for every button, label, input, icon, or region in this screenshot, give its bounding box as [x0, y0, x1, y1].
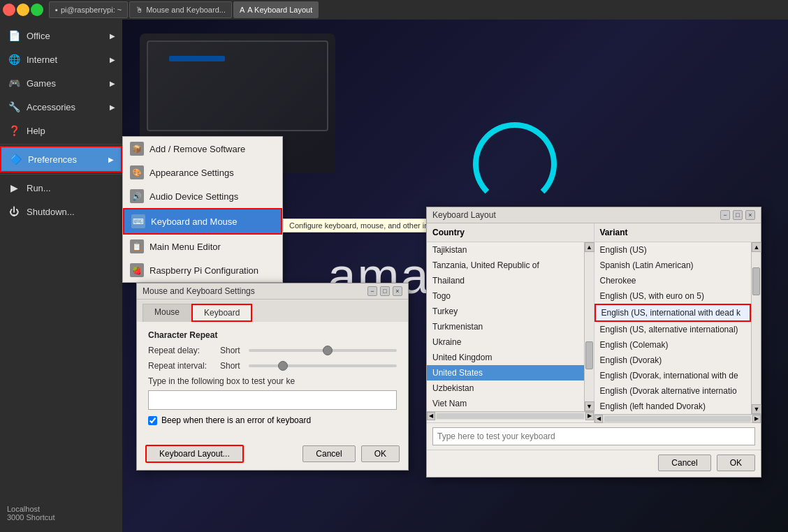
variant-english-us[interactable]: English (US)	[594, 242, 752, 258]
office-icon: 📄	[7, 29, 21, 43]
variant-us-alt-intl[interactable]: English (US, alternative international)	[594, 322, 752, 337]
run-icon: ▶	[7, 181, 21, 195]
close-btn[interactable]	[3, 3, 15, 16]
kbd-layout-body: Country Tajikistan Tanzania, United Repu…	[427, 223, 761, 422]
variant-colemak[interactable]: English (Colemak)	[594, 337, 752, 353]
sidebar-item-label: Games	[27, 78, 104, 89]
taskbar-item-kbd-layout[interactable]: A A Keyboard Layout	[233, 1, 319, 18]
kbd-titlebar-buttons: − □ ×	[720, 210, 755, 220]
repeat-delay-value: Short	[220, 346, 240, 355]
variant-us-euro[interactable]: English (US, with euro on 5)	[594, 288, 752, 304]
variant-spanish[interactable]: Spanish (Latin American)	[594, 258, 752, 273]
variant-cherokee[interactable]: Cherokee	[594, 273, 752, 288]
arrow-icon: ▶	[110, 56, 115, 64]
kbd-mouse-icon: ⌨	[131, 214, 145, 228]
mouse-kbd-ok-btn[interactable]: OK	[361, 445, 400, 462]
scroll-up-btn[interactable]: ▲	[585, 242, 594, 252]
kbd-maximize-btn[interactable]: □	[733, 210, 743, 220]
country-tajikistan[interactable]: Tajikistan	[427, 242, 584, 258]
kbd-footer: Cancel OK	[427, 450, 761, 477]
taskbar-item-mouse-kbd[interactable]: 🖱 Mouse and Keyboard...	[129, 1, 232, 18]
internet-icon: 🌐	[7, 52, 21, 66]
sidebar-item-label: Run...	[27, 183, 115, 193]
kbd-layout-cancel-btn[interactable]: Cancel	[658, 455, 710, 471]
country-col: Country Tajikistan Tanzania, United Repu…	[427, 223, 594, 422]
submenu-item-rpi-config[interactable]: 🍓 Raspberry Pi Configuration	[123, 258, 282, 282]
kbd-layout-icon: A	[240, 6, 245, 14]
kbd-close-btn[interactable]: ×	[745, 210, 755, 220]
repeat-interval-slider[interactable]	[249, 364, 397, 367]
country-togo[interactable]: Togo	[427, 288, 584, 304]
sidebar-item-games[interactable]: 🎮 Games ▶	[0, 71, 122, 95]
taskbar-items: ▪ pi@raspberrypi: ~ 🖱 Mouse and Keyboard…	[49, 1, 788, 18]
sidebar-item-accessories[interactable]: 🔧 Accessories ▶	[0, 95, 122, 119]
sidebar-item-label: Office	[27, 31, 104, 41]
shutdown-icon: ⏻	[7, 205, 21, 219]
mouse-kbd-cancel-btn[interactable]: Cancel	[302, 445, 355, 462]
submenu-item-main-menu[interactable]: 📋 Main Menu Editor	[123, 235, 282, 258]
country-turkey[interactable]: Turkey	[427, 304, 584, 319]
kbd-test-input[interactable]	[432, 427, 755, 445]
minimize-btn[interactable]	[17, 3, 29, 16]
dialog-footer: Keyboard Layout... Cancel OK	[137, 441, 408, 470]
country-vietnam[interactable]: Viet Nam	[427, 396, 584, 411]
dialog-close-btn[interactable]: ×	[393, 286, 402, 296]
maximize-btn[interactable]	[31, 3, 43, 16]
variant-list: English (US) Spanish (Latin American) Ch…	[594, 242, 752, 414]
country-turkmenistan[interactable]: Turkmenistan	[427, 319, 584, 334]
variant-dvorak-left[interactable]: English (left handed Dvorak)	[594, 399, 752, 414]
beep-checkbox[interactable]	[148, 416, 157, 425]
country-us[interactable]: United States	[427, 365, 584, 380]
h-scroll-track	[437, 413, 584, 419]
kbd-layout-ok-btn[interactable]: OK	[717, 455, 755, 471]
scroll-down-btn[interactable]: ▼	[585, 401, 594, 411]
sidebar-item-label: Shutdown...	[27, 207, 115, 217]
variant-dvorak[interactable]: English (Dvorak)	[594, 353, 752, 368]
country-uzbekistan[interactable]: Uzbekistan	[427, 380, 584, 396]
mouse-kbd-dialog: Mouse and Keyboard Settings − □ × Mouse …	[136, 283, 409, 471]
dialog-minimize-btn[interactable]: −	[367, 286, 377, 296]
var-scroll-down[interactable]: ▼	[752, 404, 761, 414]
sidebar-item-internet[interactable]: 🌐 Internet ▶	[0, 47, 122, 71]
repeat-delay-row: Repeat delay: Short	[148, 346, 397, 355]
submenu-item-audio[interactable]: 🔊 Audio Device Settings	[123, 184, 282, 208]
variant-dvorak-alt[interactable]: English (Dvorak alternative internatio	[594, 383, 752, 399]
country-tanzania[interactable]: Tanzania, United Republic of	[427, 258, 584, 273]
variant-dvorak-intl[interactable]: English (Dvorak, international with de	[594, 368, 752, 383]
sidebar-item-run[interactable]: ▶ Run...	[0, 176, 122, 200]
sidebar-item-office[interactable]: 📄 Office ▶	[0, 24, 122, 47]
submenu-item-add-remove[interactable]: 📦 Add / Remove Software	[123, 137, 282, 161]
var-scroll-up[interactable]: ▲	[752, 242, 761, 252]
scroll-track	[585, 252, 594, 401]
country-thailand[interactable]: Thailand	[427, 273, 584, 288]
sidebar-item-preferences[interactable]: 🔷 Preferences ▶	[0, 146, 122, 172]
audio-icon: 🔊	[130, 189, 144, 203]
variant-header: Variant	[594, 223, 761, 242]
kbd-layout-button[interactable]: Keyboard Layout...	[145, 445, 244, 463]
tab-keyboard[interactable]: Keyboard	[191, 304, 252, 322]
country-uk[interactable]: United Kingdom	[427, 350, 584, 365]
main-menu-icon: 📋	[130, 239, 144, 253]
country-ukraine[interactable]: Ukraine	[427, 334, 584, 350]
section-title: Character Repeat	[148, 330, 397, 340]
h-scrollbar-country: ◀ ▶	[427, 411, 594, 420]
test-input[interactable]	[148, 390, 397, 410]
repeat-delay-slider[interactable]	[249, 349, 397, 352]
tab-mouse[interactable]: Mouse	[143, 304, 191, 322]
h-scroll-left[interactable]: ◀	[427, 412, 435, 420]
terminal-icon: ▪	[55, 6, 58, 14]
submenu-item-appearance[interactable]: 🎨 Appearance Settings	[123, 161, 282, 184]
kbd-layout-dialog: Keyboard Layout − □ × Country Tajikistan…	[426, 207, 761, 478]
submenu-item-kbd-mouse[interactable]: ⌨ Keyboard and Mouse	[123, 208, 282, 235]
h-scroll-right[interactable]: ▶	[585, 412, 594, 420]
variant-us-intl-dead[interactable]: English (US, international with dead k	[594, 304, 752, 322]
taskbar-item-terminal[interactable]: ▪ pi@raspberrypi: ~	[49, 1, 128, 18]
var-h-scroll-left[interactable]: ◀	[594, 415, 603, 423]
kbd-minimize-btn[interactable]: −	[720, 210, 730, 220]
sidebar-item-shutdown[interactable]: ⏻ Shutdown...	[0, 200, 122, 223]
sidebar-item-help[interactable]: ❓ Help	[0, 119, 122, 142]
slider-thumb	[323, 346, 333, 355]
mouse-kbd-icon: 🖱	[136, 6, 143, 14]
var-h-scroll-right[interactable]: ▶	[752, 415, 761, 423]
dialog-maximize-btn[interactable]: □	[380, 286, 390, 296]
